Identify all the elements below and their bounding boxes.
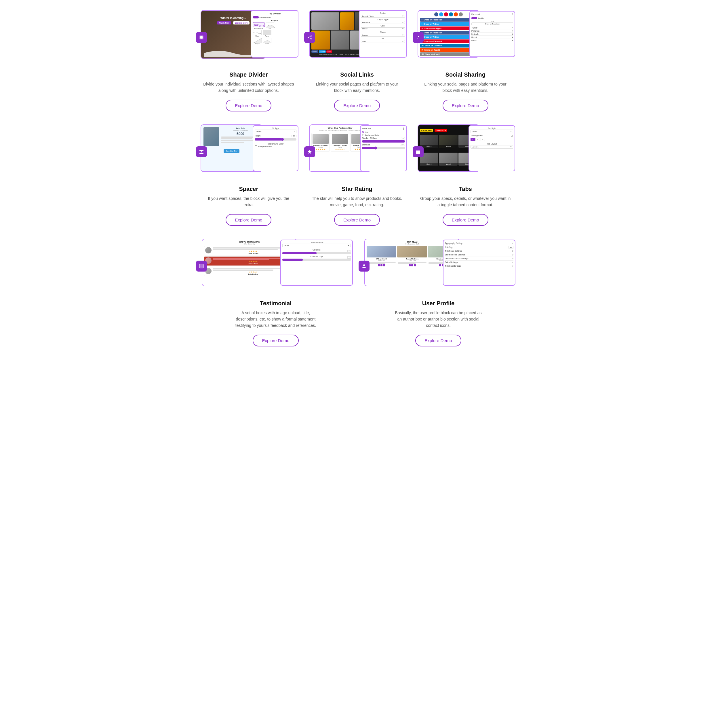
upp-subtitle-fonts-row: Subtitle Fonts Settings ⚙ [445,253,513,257]
tabs-explore-btn[interactable]: Explore Demo [442,214,488,226]
card-social-links: f Share t Tweet P Pin Need to Know About… [307,9,407,111]
tp-align-label: Tab Alignment [471,134,483,137]
up-icon-tw-1 [381,264,382,266]
sl-shape-label: Shape [361,31,405,33]
layout-label: Layout [253,20,296,22]
sp-fill-select[interactable]: Default▼ [255,129,296,133]
sr-star-color-row: Star Color ⋮ [362,127,405,130]
upp-subtitle-fonts-label: Subtitle Fonts Settings [445,254,465,256]
spacer-icon [199,149,204,154]
shape-divider-explore-btn[interactable]: Explore Demo [226,100,272,111]
spacer-explore-btn[interactable]: Explore Demo [226,214,272,226]
tabs-icon [416,149,421,154]
sharing-tw2-btn: t Share on Twitter [420,35,477,39]
sr-size-row: Star Size 20 [362,144,405,146]
wave-option[interactable]: Wave [253,30,262,37]
panel-title: Top Divider [253,12,296,15]
tp-align-right[interactable]: ≡ [481,138,485,141]
sr-size-slider[interactable] [362,147,405,149]
shape-divider-desc: Divide your individual sections with lay… [202,81,295,94]
card-shape-divider: Winter is coming... Watch Now Explore Mo… [199,9,299,111]
tp-layout-select[interactable]: Layout 1▼ [471,145,513,149]
sr-radio-bg: Background Color [362,134,405,136]
tp2-columns-slider[interactable]: 2 [282,252,351,254]
social-sharing-explore-btn[interactable]: Explore Demo [442,100,488,111]
tabs-thumb-2: Movie 2 [439,135,458,148]
sh-tw-icon [439,12,443,17]
sp-slider[interactable] [255,138,296,140]
tp-style-select[interactable]: Default▼ [471,129,513,133]
tp-align-left[interactable]: ≡ [471,138,475,141]
waves-option[interactable]: Waves [263,30,272,37]
enable-toggle[interactable] [253,16,259,18]
card-grid-row1: Winter is coming... Watch Now Explore Mo… [199,9,515,226]
up-icon-tw-2 [411,264,413,266]
sr-num-slider[interactable] [362,140,405,143]
sr-size-input[interactable]: 20 [400,144,405,146]
curve-option[interactable]: Curve [263,38,272,45]
star-stars-2: ★★★★☆ [332,148,348,150]
star-rating-explore-btn[interactable]: Explore Demo [334,214,380,226]
fan-option[interactable]: Fan [266,22,274,29]
sr-radio-label-1: Title [365,131,368,133]
testimonial-explore-btn[interactable]: Explore Demo [253,335,298,346]
tc-line-1b [213,249,278,250]
explore-btn-small: Explore More [233,21,249,24]
social-links-explore-btn[interactable]: Explore Demo [334,100,380,111]
sr-num-stars-input[interactable]: 5 [401,137,405,139]
svg-point-2 [308,37,309,38]
user-profile-explore-btn[interactable]: Explore Demo [415,335,461,346]
sr-radio-btn-1[interactable] [362,131,364,133]
tp2-columns-val: 2 [347,250,351,252]
tp2-layout-select[interactable]: Default▼ [282,244,351,247]
ss-enable-label: Enable [478,17,484,19]
tabs-icon-badge [412,146,424,157]
sr-radio-btn-2[interactable] [362,134,364,136]
social-links-desc: Linking your social pages and platform t… [311,81,403,94]
ss-pi-arrow: ∨ [512,30,513,32]
upp-gaps-label: Title/Subtitle Gaps [445,265,461,267]
ss-rd-arrow: ∨ [512,36,513,38]
tp-align-center[interactable]: ≡ [476,138,480,141]
social-links-settings-panel: Option Icon with Texts▼ Layout Type Hori… [359,10,406,57]
user-profile-icon-badge [358,261,369,272]
upp-desc-fonts-label: Description Fonts Settings [445,257,468,259]
social-links-icon-badge [304,32,315,43]
sl-panel-content: Option Icon with Texts▼ Layout Type Hori… [361,12,405,43]
ss-title-input[interactable]: Share on Facebook [471,23,513,26]
tp-style-label: Tab Style [471,127,513,129]
upp-title-tag-select[interactable]: All [508,246,513,249]
sh-fb-icon [434,12,438,17]
ss-toggle[interactable] [471,17,477,19]
upp-color-settings-row: Color Settings ∨ [445,261,513,264]
sl-shape-select[interactable]: Square▼ [361,34,405,36]
layout-options-3: Sloped Curve [253,38,296,45]
sharing-fb-btn: f Share on Facebook [420,18,477,22]
tabs-settings-panel: Tab Style Default▼ Tab Alignment ∧ ≡ ≡ ≡… [468,125,515,171]
sr-panel-content: Star Color ⋮ Title Background Color [362,127,405,149]
sr-radio-dot-1 [363,132,364,133]
sl-layout-select[interactable]: Horizontal▼ [361,21,405,24]
enable-label: Enable Divider [260,17,271,18]
sl-option-select[interactable]: Icon with Texts▼ [361,15,405,18]
sl-fill-select[interactable]: Solid▼ [361,40,405,43]
ss-title-label: Title [471,20,513,22]
sloped-option[interactable]: Sloped [253,38,262,45]
sp-bg-checkbox[interactable] [255,146,257,148]
upp-title-tag-value: All [510,247,512,248]
tp2-gap-slider[interactable]: 1 [282,259,351,261]
tabs-overlay-2: Movie 2 [439,145,458,148]
sr-radio-label-2: Background Color [365,134,379,136]
double-wave-option[interactable]: Double Wave [253,22,264,29]
shape-divider-title: Shape Divider [230,71,268,78]
shape-divider-icon [199,35,204,40]
sl-shape-arrow: ▼ [402,34,404,36]
upp-desc-fonts-icon: ⚙ [512,257,513,260]
testimonial-icon-badge [196,261,207,272]
tabs-thumb-1: Movie 1 [420,135,438,148]
sp-slider-fill [255,138,282,140]
up-line-2a [398,262,426,263]
up-card-2: Jason McGiven Sales Chef [397,246,427,266]
ss-tw-arrow: ∨ [512,27,513,29]
sl-color-select[interactable]: Official▼ [361,27,405,30]
